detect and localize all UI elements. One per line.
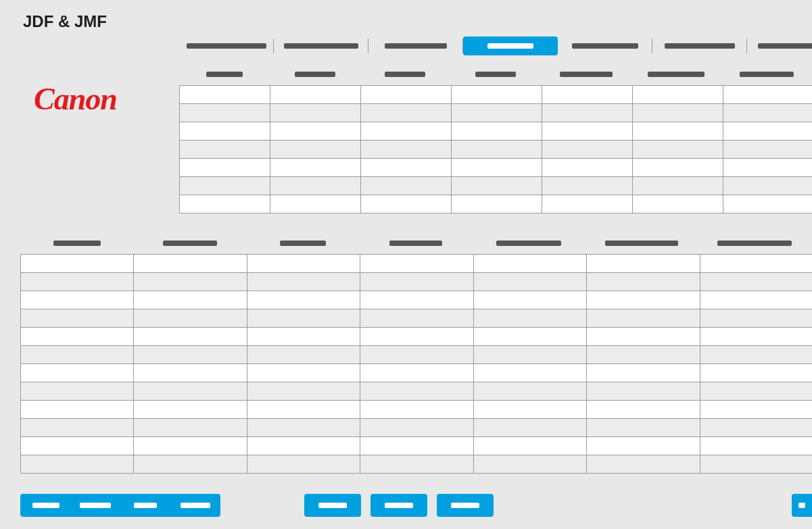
table-cell[interactable] bbox=[633, 86, 723, 104]
table-cell[interactable] bbox=[270, 195, 361, 213]
table-cell[interactable] bbox=[542, 195, 633, 213]
table-cell[interactable] bbox=[473, 309, 586, 328]
column-header[interactable] bbox=[472, 236, 585, 250]
table-cell[interactable] bbox=[270, 141, 361, 159]
table-cell[interactable] bbox=[633, 195, 723, 213]
table-cell[interactable] bbox=[473, 382, 586, 401]
table-cell[interactable] bbox=[587, 346, 700, 364]
table-cell[interactable] bbox=[723, 159, 813, 177]
table-cell[interactable] bbox=[587, 419, 700, 437]
table-cell[interactable] bbox=[360, 346, 473, 364]
table-cell[interactable] bbox=[247, 419, 360, 437]
column-header[interactable] bbox=[246, 236, 359, 250]
table-cell[interactable] bbox=[134, 455, 247, 474]
table-cell[interactable] bbox=[473, 346, 586, 364]
table-cell[interactable] bbox=[542, 86, 633, 104]
tab-4[interactable] bbox=[558, 39, 652, 53]
table-cell[interactable] bbox=[587, 328, 700, 346]
table-cell[interactable] bbox=[723, 177, 813, 195]
table-cell[interactable] bbox=[247, 291, 360, 309]
table-cell[interactable] bbox=[134, 382, 247, 401]
table-cell[interactable] bbox=[270, 177, 361, 195]
footer-button[interactable] bbox=[304, 494, 361, 517]
table-row[interactable] bbox=[21, 455, 813, 474]
footer-button[interactable] bbox=[120, 494, 170, 517]
tab-6[interactable] bbox=[747, 39, 812, 53]
table-cell[interactable] bbox=[473, 328, 586, 346]
table-cell[interactable] bbox=[21, 455, 134, 474]
table-cell[interactable] bbox=[452, 177, 542, 195]
table-cell[interactable] bbox=[633, 104, 723, 122]
table-cell[interactable] bbox=[723, 122, 813, 141]
table-cell[interactable] bbox=[134, 309, 247, 328]
column-header[interactable] bbox=[179, 68, 270, 81]
table-cell[interactable] bbox=[473, 401, 586, 419]
column-header[interactable] bbox=[270, 68, 360, 81]
table-cell[interactable] bbox=[587, 364, 700, 382]
table-cell[interactable] bbox=[21, 328, 134, 346]
table-row[interactable] bbox=[21, 401, 813, 419]
table-row[interactable] bbox=[21, 437, 813, 455]
table-row[interactable] bbox=[21, 364, 813, 382]
table-cell[interactable] bbox=[723, 104, 813, 122]
footer-button[interactable] bbox=[371, 494, 427, 517]
tab-3[interactable] bbox=[463, 36, 558, 55]
table-cell[interactable] bbox=[134, 364, 247, 382]
table-cell[interactable] bbox=[360, 309, 473, 328]
table-cell[interactable] bbox=[633, 122, 723, 141]
table-cell[interactable] bbox=[452, 122, 542, 141]
table-cell[interactable] bbox=[542, 141, 633, 159]
table-cell[interactable] bbox=[21, 291, 134, 309]
table-cell[interactable] bbox=[21, 309, 134, 328]
table-row[interactable] bbox=[21, 309, 813, 328]
table-cell[interactable] bbox=[134, 346, 247, 364]
table-cell[interactable] bbox=[542, 177, 633, 195]
table-cell[interactable] bbox=[360, 437, 473, 455]
table-cell[interactable] bbox=[700, 382, 812, 401]
table-cell[interactable] bbox=[700, 346, 812, 364]
table-cell[interactable] bbox=[21, 382, 134, 401]
table-cell[interactable] bbox=[473, 273, 586, 291]
table-cell[interactable] bbox=[134, 401, 247, 419]
table-cell[interactable] bbox=[452, 86, 542, 104]
table-cell[interactable] bbox=[21, 255, 134, 273]
table-cell[interactable] bbox=[700, 255, 812, 273]
table-cell[interactable] bbox=[473, 255, 586, 273]
table-cell[interactable] bbox=[473, 364, 586, 382]
footer-button-right[interactable] bbox=[792, 494, 812, 517]
table-cell[interactable] bbox=[180, 177, 270, 195]
table-row[interactable] bbox=[21, 291, 813, 309]
table-row[interactable] bbox=[180, 86, 813, 104]
table-cell[interactable] bbox=[452, 195, 542, 213]
footer-button[interactable] bbox=[20, 494, 70, 517]
table-cell[interactable] bbox=[700, 309, 812, 328]
table-row[interactable] bbox=[180, 122, 813, 141]
table-row[interactable] bbox=[180, 195, 813, 213]
table-cell[interactable] bbox=[452, 141, 542, 159]
table-cell[interactable] bbox=[134, 419, 247, 437]
table-cell[interactable] bbox=[270, 159, 361, 177]
table-cell[interactable] bbox=[633, 159, 723, 177]
table-cell[interactable] bbox=[587, 382, 700, 401]
tab-0[interactable] bbox=[179, 39, 274, 53]
table-cell[interactable] bbox=[723, 195, 813, 213]
table-cell[interactable] bbox=[180, 86, 270, 104]
table-cell[interactable] bbox=[542, 104, 633, 122]
table-cell[interactable] bbox=[587, 401, 700, 419]
table-cell[interactable] bbox=[180, 159, 270, 177]
table-cell[interactable] bbox=[361, 195, 452, 213]
table-cell[interactable] bbox=[700, 419, 812, 437]
table-row[interactable] bbox=[180, 177, 813, 195]
table-cell[interactable] bbox=[134, 328, 247, 346]
table-row[interactable] bbox=[21, 255, 813, 273]
table-cell[interactable] bbox=[360, 455, 473, 474]
column-header[interactable] bbox=[585, 236, 698, 250]
table-cell[interactable] bbox=[361, 177, 452, 195]
table-cell[interactable] bbox=[247, 255, 360, 273]
table-cell[interactable] bbox=[473, 419, 586, 437]
table-row[interactable] bbox=[21, 328, 813, 346]
column-header[interactable] bbox=[721, 68, 812, 81]
column-header[interactable] bbox=[360, 68, 450, 81]
table-cell[interactable] bbox=[700, 328, 812, 346]
table-cell[interactable] bbox=[587, 437, 700, 455]
